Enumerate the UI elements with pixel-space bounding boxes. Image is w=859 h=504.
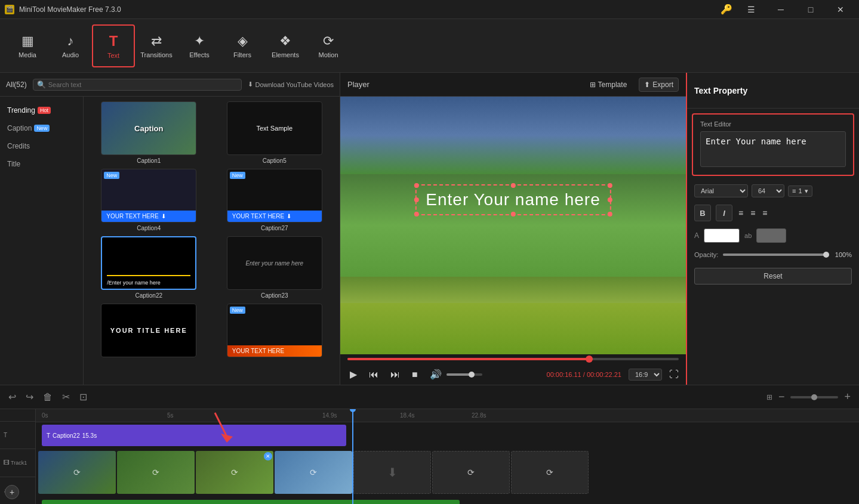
text-item-caption1[interactable]: Caption Caption1 bbox=[88, 101, 210, 164]
video-clip-placeholder-1[interactable]: ⬇ ⟳ bbox=[353, 451, 431, 494]
delete-btn[interactable]: 🗑 bbox=[41, 389, 55, 405]
caption-clip[interactable]: T Caption22 15.3s bbox=[42, 425, 346, 446]
video-background: Enter Your name here bbox=[340, 97, 686, 354]
resize-handle-ml[interactable] bbox=[414, 197, 418, 202]
zoom-out-btn[interactable]: − bbox=[776, 388, 787, 406]
text-item-caption23[interactable]: Enter your name here Caption23 bbox=[214, 236, 335, 299]
bold-btn[interactable]: B bbox=[694, 205, 711, 221]
text-item-caption4[interactable]: YOUR TEXT HERE ⬇ New Caption4 bbox=[88, 169, 210, 231]
sidebar-item-caption[interactable]: Caption New bbox=[0, 119, 83, 137]
play-btn[interactable]: ▶ bbox=[347, 367, 359, 381]
playhead[interactable] bbox=[352, 409, 353, 504]
close-btn[interactable]: ✕ bbox=[827, 0, 854, 19]
redo-btn[interactable]: ↪ bbox=[23, 389, 36, 405]
text-item-caption5[interactable]: Text Sample Caption5 bbox=[214, 101, 335, 164]
audio-clip[interactable]: ♫ Photo Album 22.1s bbox=[42, 500, 460, 504]
sidebar-item-title[interactable]: Title bbox=[0, 155, 83, 173]
undo-btn[interactable]: ↩ bbox=[6, 389, 19, 405]
video-clip-placeholder-2[interactable]: ⟳ bbox=[432, 451, 510, 494]
text-item-caption22[interactable]: /Enter your name here Caption22 bbox=[88, 236, 210, 299]
search-box[interactable]: 🔍 bbox=[33, 79, 242, 91]
align-left-btn[interactable]: ≡ bbox=[737, 207, 744, 219]
left-panel: All(52) 🔍 ⬇ Download YouTube Videos Tren… bbox=[0, 73, 340, 385]
align-right-btn[interactable]: ≡ bbox=[761, 207, 768, 219]
volume-slider[interactable] bbox=[447, 373, 482, 376]
cut-btn[interactable]: ✂ bbox=[60, 389, 72, 405]
caption22-thumb: /Enter your name here bbox=[101, 236, 196, 290]
text-item-caption-new2[interactable]: New YOUR TEXT HERE bbox=[214, 304, 335, 360]
elements-tool[interactable]: ❖ Elements bbox=[264, 24, 307, 67]
search-input[interactable] bbox=[48, 81, 238, 88]
reset-btn[interactable]: Reset bbox=[694, 268, 852, 285]
effects-tool[interactable]: ✦ Effects bbox=[178, 24, 221, 67]
repeat-icon-4: ⟳ bbox=[310, 468, 317, 477]
caption-new2-badge: New bbox=[230, 307, 245, 314]
progress-bar-area[interactable] bbox=[340, 354, 686, 364]
crop-btn[interactable]: ⊡ bbox=[77, 389, 90, 405]
export-icon: ⬆ bbox=[644, 81, 650, 89]
font-size-select[interactable]: 64 48 72 96 bbox=[752, 184, 784, 197]
video-clip-placeholder-3[interactable]: ⟳ bbox=[511, 451, 589, 494]
opacity-track[interactable] bbox=[723, 253, 826, 256]
progress-track[interactable] bbox=[347, 358, 679, 360]
title-dark-text: YOUR TITLE HERE bbox=[110, 327, 187, 334]
volume-btn[interactable]: 🔊 bbox=[427, 367, 444, 381]
toolbar: ▦ Media ♪ Audio T Text ⇄ Transitions ✦ E… bbox=[0, 19, 859, 73]
video-clip-4[interactable]: ⟳ bbox=[275, 451, 352, 494]
filters-icon: ◈ bbox=[238, 33, 248, 49]
maximize-btn[interactable]: □ bbox=[797, 0, 824, 19]
filters-label: Filters bbox=[233, 51, 251, 58]
caption4-thumb: YOUR TEXT HERE ⬇ New bbox=[101, 169, 196, 222]
media-tool[interactable]: ▦ Media bbox=[6, 24, 49, 67]
export-btn[interactable]: ⬆ Export bbox=[639, 78, 679, 92]
transitions-icon: ⇄ bbox=[151, 33, 162, 49]
resize-handle-mr[interactable] bbox=[608, 197, 612, 202]
key-icon[interactable]: 🔑 bbox=[721, 4, 732, 15]
resize-handle-bl[interactable] bbox=[414, 212, 418, 217]
skip-prev-btn[interactable]: ⏮ bbox=[367, 368, 381, 381]
text-editor-label: Text Editor bbox=[700, 120, 846, 128]
italic-btn[interactable]: I bbox=[716, 205, 732, 221]
align-center-btn[interactable]: ≡ bbox=[749, 207, 756, 219]
expand-tracks-icon[interactable]: ⊞ bbox=[766, 393, 772, 401]
aspect-ratio-select[interactable]: 16:9 9:16 1:1 bbox=[629, 369, 662, 381]
text-tool[interactable]: T Text bbox=[92, 24, 135, 67]
add-track-btn[interactable]: + bbox=[5, 485, 19, 499]
progress-fill bbox=[347, 358, 589, 360]
time-mark-0: 0s bbox=[42, 412, 48, 419]
minimize-btn[interactable]: ─ bbox=[767, 0, 795, 19]
sidebar-item-credits[interactable]: Credits bbox=[0, 137, 83, 155]
line-spacing-value: 1 bbox=[798, 187, 802, 194]
resize-handle-tc[interactable] bbox=[510, 183, 515, 188]
progress-thumb[interactable] bbox=[586, 355, 593, 363]
video-clip-1[interactable]: ⟳ bbox=[38, 451, 116, 494]
motion-tool[interactable]: ⟳ Motion bbox=[307, 24, 350, 67]
stop-btn[interactable]: ■ bbox=[410, 368, 420, 381]
fullscreen-btn[interactable]: ⛶ bbox=[669, 369, 679, 380]
text-item-caption27[interactable]: New YOUR TEXT HERE ⬇ Caption27 bbox=[214, 169, 335, 231]
video-track: ⟳ ⟳ ⟳ ✕ ⟳ ⬇ ⟳ ⟳ bbox=[36, 449, 859, 496]
text-item-title-dark[interactable]: YOUR TITLE HERE bbox=[88, 304, 210, 360]
transitions-tool[interactable]: ⇄ Transitions bbox=[135, 24, 178, 67]
download-btn[interactable]: ⬇ Download YouTube Videos bbox=[248, 81, 334, 88]
video-clip-3[interactable]: ⟳ ✕ bbox=[196, 451, 273, 494]
text-color-swatch[interactable] bbox=[704, 228, 740, 243]
time-total: 00:00:22.21 bbox=[587, 371, 621, 378]
skip-next-btn[interactable]: ⏭ bbox=[388, 368, 402, 381]
resize-handle-tl[interactable] bbox=[414, 183, 418, 188]
zoom-track[interactable] bbox=[790, 396, 838, 398]
time-mark-5: 5s bbox=[167, 412, 174, 419]
font-family-select[interactable]: Arial Times New Roman Verdana bbox=[694, 184, 748, 197]
text-outline-swatch[interactable] bbox=[756, 228, 786, 243]
filters-tool[interactable]: ◈ Filters bbox=[221, 24, 264, 67]
text-input[interactable]: Enter Your name here bbox=[700, 131, 846, 167]
template-btn[interactable]: ⊞ Template bbox=[585, 78, 632, 91]
sidebar-item-trending[interactable]: Trending Hot bbox=[0, 101, 83, 119]
text-overlay[interactable]: Enter Your name here bbox=[415, 184, 611, 215]
zoom-in-btn[interactable]: + bbox=[842, 388, 853, 406]
menu-btn[interactable]: ☰ bbox=[737, 0, 765, 19]
resize-handle-bc[interactable] bbox=[510, 212, 515, 217]
template-label: Template bbox=[598, 81, 627, 89]
video-clip-2[interactable]: ⟳ bbox=[117, 451, 195, 494]
audio-tool[interactable]: ♪ Audio bbox=[49, 24, 92, 67]
